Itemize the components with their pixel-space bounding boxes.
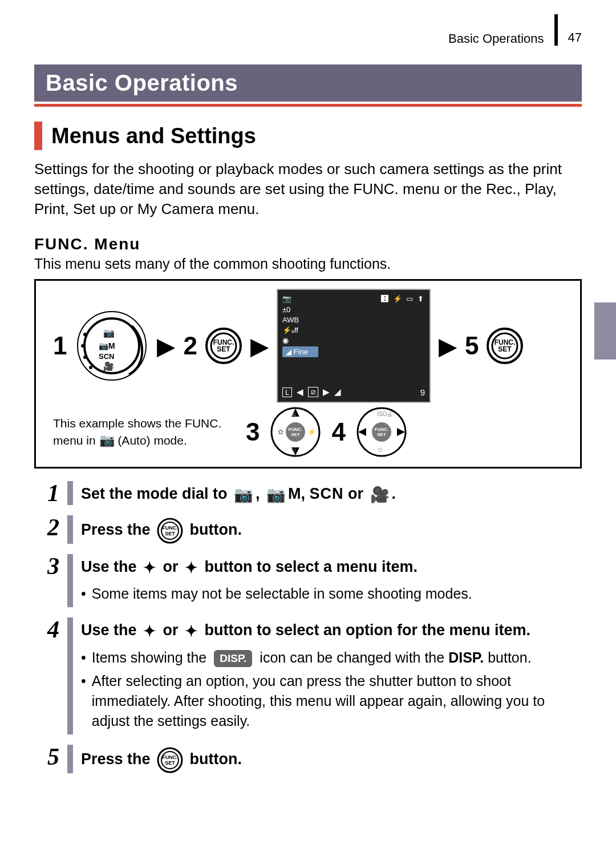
step-bar	[67, 515, 73, 544]
step-heading: Press the FUNC. SET button.	[81, 747, 582, 773]
step-4: 4 Use the ✦ or ✦ button to select an opt…	[34, 617, 582, 734]
svg-point-5	[89, 366, 92, 369]
side-tab	[594, 302, 616, 360]
step-bar	[67, 745, 73, 773]
func-set-button-icon: FUNC. SET	[205, 328, 242, 365]
heading-marker	[34, 122, 42, 150]
arrow-right-icon: ▶	[250, 332, 269, 360]
size-L: L	[282, 387, 292, 397]
svg-text:🖨: 🖨	[291, 412, 297, 418]
step-bar	[67, 481, 73, 505]
bullet-item: • Items showing the DISP. icon can be ch…	[81, 648, 582, 668]
diagram-note: This example shows the FUNC. menu in 📷 (…	[53, 415, 236, 449]
left-arrow-icon: ✦	[143, 623, 156, 640]
status-icons: 🅸 ⚡ ▭ ⬆	[381, 294, 425, 303]
svg-point-2	[83, 333, 87, 336]
step-5: 5 Press the FUNC. SET button.	[34, 745, 582, 773]
svg-point-3	[81, 344, 84, 348]
svg-text:📷M: 📷M	[99, 341, 115, 351]
section-heading: Menus and Settings	[34, 122, 582, 150]
svg-marker-32	[358, 428, 366, 436]
camera-mode-icon: 📷	[282, 294, 291, 303]
section-label: Basic Operations	[448, 31, 544, 46]
workflow-diagram: 1 📷 📷M SCN 🎥 ▶ 2 FUNC.	[34, 279, 582, 469]
lcd-preview: 📷 🅸 ⚡ ▭ ⬆ ±0 AWB ⚡ₒff ◉ ◢ Fine L ◀ ⧄ ▶	[277, 289, 431, 403]
svg-text:SET: SET	[377, 432, 386, 437]
control-pad-vertical-icon: FUNC. SET ✿ ⚡ 🖨 ⏲	[270, 406, 321, 458]
svg-text:ISO🖨: ISO🖨	[377, 411, 392, 417]
page-header: Basic Operations 47	[34, 23, 582, 54]
svg-point-4	[83, 356, 87, 359]
diagram-step-4: 4	[331, 418, 345, 446]
step-number: 1	[34, 481, 59, 505]
step-heading: Set the mode dial to 📷, 📷M, SCN or 🎥.	[81, 483, 582, 505]
right-tri-icon: ▶	[323, 387, 330, 397]
ev-icon: ±0	[282, 305, 425, 314]
camera-auto-icon: 📷	[234, 486, 253, 503]
svg-text:SET: SET	[499, 345, 512, 353]
right-arrow-icon: ✦	[185, 623, 198, 640]
heading-text: Menus and Settings	[51, 124, 256, 148]
step-1: 1 Set the mode dial to 📷, 📷M, SCN or 🎥.	[34, 481, 582, 505]
step-heading: Use the ✦ or ✦ button to select an optio…	[81, 620, 582, 641]
step-3: 3 Use the ✦ or ✦ button to select a menu…	[34, 554, 582, 607]
step-heading: Use the ✦ or ✦ button to select a menu i…	[81, 556, 582, 578]
disp-badge-icon: DISP.	[214, 650, 252, 668]
step-number: 4	[34, 617, 59, 641]
svg-text:SET: SET	[291, 432, 301, 437]
svg-text:📷: 📷	[103, 328, 115, 338]
down-arrow-icon: ✦	[185, 559, 198, 576]
func-set-button-icon: FUNC. SET	[157, 747, 183, 773]
movie-mode-icon: 🎥	[370, 486, 390, 503]
func-set-button-icon: FUNC. SET	[487, 328, 524, 365]
svg-text:SET: SET	[165, 760, 175, 766]
diagram-step-3: 3	[246, 418, 260, 446]
svg-text:FUNC.: FUNC.	[375, 427, 388, 432]
step-2: 2 Press the FUNC. SET button.	[34, 515, 582, 544]
control-pad-horizontal-icon: FUNC. SET ISO🖨 ⏲	[356, 406, 407, 458]
svg-text:🎥: 🎥	[103, 361, 114, 372]
subheading-description: This menu sets many of the common shooti…	[34, 256, 582, 272]
arrow-right-icon: ▶	[439, 332, 457, 360]
camera-manual-icon: 📷	[266, 486, 286, 503]
svg-text:⏲: ⏲	[291, 447, 297, 453]
arrow-right-icon: ▶	[157, 332, 175, 360]
mode-dial-icon: 📷 📷M SCN 🎥	[75, 309, 149, 383]
svg-text:⏲: ⏲	[378, 447, 383, 453]
func-set-button-icon: FUNC. SET	[157, 518, 183, 544]
instruction-steps: 1 Set the mode dial to 📷, 📷M, SCN or 🎥. …	[34, 481, 582, 773]
svg-text:⚡: ⚡	[307, 427, 316, 436]
svg-text:✿: ✿	[278, 428, 283, 436]
svg-text:FUNC.: FUNC.	[289, 427, 302, 432]
intro-paragraph: Settings for the shooting or playback mo…	[34, 159, 582, 219]
flash-off-icon: ⚡ₒff	[282, 326, 425, 334]
metering-icon: ◉	[282, 336, 425, 345]
left-tri-icon: ◀	[297, 387, 303, 397]
camera-auto-icon: 📷	[99, 433, 115, 447]
bullet-item: •Some items may not be selectable in som…	[81, 584, 582, 604]
step-heading: Press the FUNC. SET button.	[81, 518, 582, 544]
bullet-item: •After selecting an option, you can pres…	[81, 671, 582, 731]
quality-S: ⧄	[308, 387, 318, 397]
quality-icon: ◢	[334, 387, 341, 397]
svg-text:SCN: SCN	[99, 352, 114, 361]
svg-marker-33	[397, 428, 405, 436]
page-title: Basic Operations	[34, 64, 582, 102]
diagram-step-1: 1	[53, 332, 67, 360]
title-underline	[34, 104, 582, 107]
step-number: 3	[34, 554, 59, 578]
svg-text:SET: SET	[217, 345, 230, 353]
step-bar	[67, 554, 73, 607]
step-number: 5	[34, 745, 59, 769]
page-number: 47	[568, 30, 582, 45]
svg-text:FUNC.: FUNC.	[162, 525, 178, 531]
quality-selection: ◢ Fine	[282, 346, 318, 357]
header-separator	[554, 14, 558, 46]
step-bar	[67, 617, 73, 734]
wb-icon: AWB	[282, 316, 425, 324]
shots-remaining: 9	[420, 387, 425, 397]
scn-label: SCN	[310, 485, 344, 502]
step-number: 2	[34, 515, 59, 539]
subheading: FUNC. Menu	[34, 235, 582, 253]
diagram-step-5: 5	[465, 332, 479, 360]
